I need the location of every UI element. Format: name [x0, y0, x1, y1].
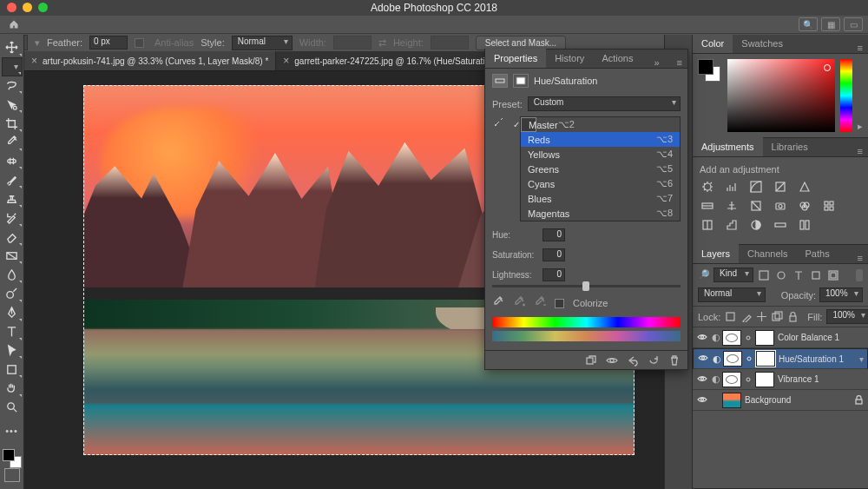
opacity-input[interactable]: 100% — [819, 287, 863, 302]
panel-menu-icon[interactable]: ≡ — [852, 43, 868, 53]
zoom-window-button[interactable] — [38, 3, 48, 12]
tab-history[interactable]: History — [546, 49, 593, 68]
eyedropper-tool[interactable] — [2, 133, 23, 152]
filter-pixel-icon[interactable] — [757, 269, 771, 281]
layer-mask-thumb[interactable] — [756, 351, 775, 367]
filter-toggle[interactable] — [856, 269, 863, 281]
brightness-contrast-icon[interactable] — [700, 180, 715, 194]
tab-properties[interactable]: Properties — [485, 49, 546, 68]
tab-color[interactable]: Color — [693, 34, 733, 53]
layer-row[interactable]: ◐ Hue/Saturation 1 — [693, 348, 868, 369]
home-icon[interactable] — [5, 16, 23, 33]
reset-icon[interactable] — [648, 354, 660, 367]
select-and-mask-button[interactable]: Select and Mask... — [476, 36, 566, 50]
filter-smart-icon[interactable] — [826, 269, 840, 281]
layer-thumb-icon[interactable] — [722, 393, 741, 408]
move-tool[interactable] — [2, 38, 23, 57]
dropdown-option-blues[interactable]: Blues⌥7 — [521, 191, 680, 206]
eyedropper-plus-icon[interactable] — [513, 296, 525, 310]
tab-paths[interactable]: Paths — [797, 244, 838, 263]
gradient-map-icon[interactable] — [773, 218, 788, 232]
lightness-value[interactable]: 0 — [542, 268, 565, 281]
layer-filter-kind[interactable]: Kind — [713, 268, 753, 282]
tab-channels[interactable]: Channels — [739, 244, 796, 263]
type-tool[interactable] — [2, 322, 23, 341]
hue-saturation-icon[interactable] — [700, 199, 715, 213]
colorize-checkbox[interactable] — [555, 299, 564, 308]
filter-shape-icon[interactable] — [809, 269, 823, 281]
visibility-icon[interactable] — [696, 394, 708, 406]
color-balance-icon[interactable] — [724, 199, 740, 213]
rectangular-marquee-tool[interactable] — [2, 57, 23, 76]
dropdown-option-master[interactable]: Master⌥2 — [521, 117, 536, 132]
filter-type-icon[interactable] — [792, 269, 806, 281]
blend-mode-select[interactable]: Normal — [698, 287, 766, 302]
close-window-button[interactable] — [7, 3, 16, 12]
mask-icon[interactable] — [513, 74, 529, 88]
previous-state-icon[interactable] — [627, 354, 639, 367]
close-tab-icon[interactable]: × — [31, 55, 37, 67]
pen-tool[interactable] — [2, 303, 23, 322]
lock-all-icon[interactable] — [787, 311, 799, 322]
layer-row[interactable]: ◐ Vibrance 1 — [693, 369, 868, 390]
filter-adjustment-icon[interactable] — [774, 269, 788, 281]
dropdown-option-magentas[interactable]: Magentas⌥8 — [521, 206, 680, 221]
dropdown-option-cyans[interactable]: Cyans⌥6 — [521, 176, 680, 191]
panel-menu-icon[interactable]: ≡ — [852, 146, 868, 156]
eyedropper-icon[interactable] — [492, 296, 504, 310]
layer-row[interactable]: ◐ Color Balance 1 — [693, 327, 868, 348]
lock-position-icon[interactable] — [740, 311, 752, 322]
vibrance-icon[interactable] — [797, 180, 812, 194]
brush-tool[interactable] — [2, 170, 23, 189]
lock-pixels-icon[interactable] — [725, 311, 736, 322]
targeted-adjust-icon[interactable] — [492, 115, 506, 130]
history-brush-tool[interactable] — [2, 208, 23, 228]
threshold-icon[interactable] — [748, 218, 764, 232]
tab-actions[interactable]: Actions — [593, 49, 641, 68]
levels-icon[interactable] — [724, 180, 740, 194]
channel-mixer-icon[interactable] — [797, 199, 812, 213]
lock-nested-icon[interactable] — [772, 311, 783, 322]
trash-icon[interactable] — [668, 354, 681, 367]
close-tab-icon[interactable]: × — [283, 55, 289, 67]
selective-color-icon[interactable] — [797, 218, 812, 232]
eraser-tool[interactable] — [2, 228, 23, 247]
rectangle-tool[interactable] — [2, 360, 23, 379]
hue-slider[interactable] — [840, 59, 852, 132]
edit-toolbar-button[interactable]: ••• — [2, 422, 23, 441]
layer-mask-thumb[interactable] — [755, 372, 774, 387]
arrange-documents-icon[interactable]: ▦ — [821, 17, 840, 31]
style-select[interactable]: Normal — [232, 36, 293, 50]
tab-adjustments[interactable]: Adjustments — [693, 137, 763, 156]
clip-to-layer-icon[interactable] — [585, 354, 597, 367]
lightness-slider[interactable] — [492, 285, 681, 287]
dodge-tool[interactable] — [2, 284, 23, 303]
spot-healing-brush-tool[interactable] — [2, 152, 23, 171]
panel-menu-icon[interactable]: ≡ — [672, 57, 687, 68]
hand-tool[interactable] — [2, 379, 23, 398]
path-selection-tool[interactable] — [2, 341, 23, 360]
foreground-background-swatch[interactable] — [3, 449, 22, 468]
curves-icon[interactable] — [748, 180, 764, 194]
lock-move-icon[interactable] — [756, 311, 767, 322]
visibility-icon[interactable] — [697, 353, 709, 365]
tab-swatches[interactable]: Swatches — [733, 34, 792, 53]
black-white-icon[interactable] — [748, 199, 764, 213]
layer-thumb-icon[interactable] — [722, 372, 741, 387]
visibility-icon[interactable] — [696, 373, 708, 386]
color-fgbg-swatch[interactable] — [698, 59, 722, 132]
layer-thumb-icon[interactable] — [723, 351, 742, 367]
toggle-visibility-icon[interactable] — [606, 354, 618, 367]
exposure-icon[interactable] — [773, 180, 788, 194]
channel-dropdown[interactable]: Master⌥2 Reds⌥3 Yellows⌥4 Greens⌥5 Cyans… — [520, 116, 681, 221]
layer-mask-thumb[interactable] — [755, 330, 774, 346]
tab-layers[interactable]: Layers — [693, 244, 739, 263]
document-tab-1[interactable]: × artur-pokusin-741.jpg @ 33.3% (Curves … — [24, 51, 276, 70]
invert-icon[interactable] — [700, 218, 715, 232]
crop-tool[interactable] — [2, 114, 23, 133]
lasso-tool[interactable] — [2, 76, 23, 96]
properties-panel[interactable]: Properties History Actions » ≡ Hue/Satur… — [484, 49, 688, 370]
preset-select[interactable]: Custom — [528, 96, 681, 111]
gradient-tool[interactable] — [2, 247, 23, 266]
search-docs-icon[interactable]: 🔍 — [799, 17, 818, 31]
